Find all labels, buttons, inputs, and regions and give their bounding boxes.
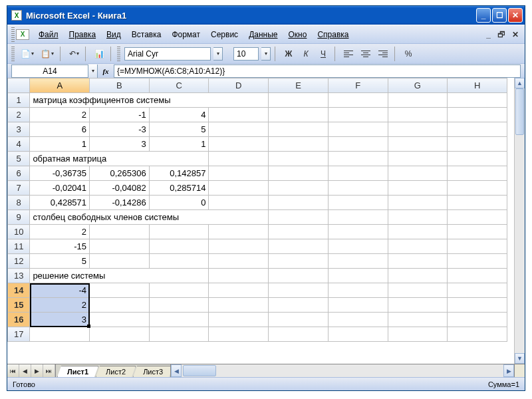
cell[interactable] — [90, 313, 150, 327]
cell[interactable]: 0,428571 — [30, 196, 90, 210]
menu-window[interactable]: Окно — [283, 27, 312, 42]
cell[interactable] — [448, 166, 507, 181]
cell[interactable] — [149, 225, 209, 239]
cell[interactable] — [209, 327, 269, 342]
cell[interactable]: решение системы — [30, 269, 209, 283]
column-header[interactable]: B — [90, 78, 150, 93]
cell[interactable]: 3 — [90, 137, 150, 152]
row-header[interactable]: 4 — [8, 137, 30, 152]
cell[interactable] — [269, 166, 329, 181]
cell[interactable] — [448, 108, 507, 122]
row-header[interactable]: 12 — [8, 254, 30, 269]
cell[interactable] — [149, 283, 209, 298]
underline-button[interactable]: Ч — [316, 47, 331, 61]
cell[interactable] — [269, 283, 329, 298]
hscroll-thumb[interactable] — [183, 365, 216, 376]
cell[interactable] — [30, 327, 90, 342]
cell[interactable] — [328, 327, 388, 342]
sheet-tab-3[interactable]: Лист3 — [133, 366, 173, 377]
cell[interactable] — [269, 269, 329, 283]
cell[interactable] — [149, 313, 209, 327]
cell[interactable] — [388, 225, 448, 239]
row-header[interactable]: 16 — [8, 313, 30, 327]
spreadsheet-grid[interactable]: ABCDEFGH1матрица коэффициентов системы22… — [7, 78, 507, 342]
cell[interactable] — [328, 269, 388, 283]
cell[interactable] — [209, 137, 269, 152]
menu-insert[interactable]: Вставка — [126, 27, 167, 42]
column-header[interactable]: F — [328, 78, 388, 93]
cell[interactable]: 2 — [30, 298, 90, 313]
column-header[interactable]: C — [149, 78, 209, 93]
align-center-button[interactable] — [358, 47, 373, 61]
column-header[interactable]: D — [209, 78, 269, 93]
row-header[interactable]: 13 — [8, 269, 30, 283]
cell[interactable] — [448, 313, 507, 327]
cell[interactable] — [209, 181, 269, 196]
cell[interactable]: 0,265306 — [90, 166, 150, 181]
sheet-tab-2[interactable]: Лист2 — [96, 366, 136, 377]
cell[interactable] — [328, 93, 388, 108]
formula-input[interactable]: {=МУМНОЖ(A6:C8;A10:A12)} — [114, 65, 521, 78]
cell[interactable] — [448, 93, 507, 108]
column-header[interactable]: A — [30, 78, 90, 93]
cell[interactable] — [328, 313, 388, 327]
cell[interactable] — [269, 152, 329, 166]
cell[interactable] — [388, 313, 448, 327]
cell[interactable] — [328, 196, 388, 210]
minimize-button[interactable]: _ — [476, 8, 491, 23]
grip[interactable] — [117, 47, 120, 61]
size-selector[interactable]: 10 — [233, 47, 259, 61]
row-header[interactable]: 1 — [8, 93, 30, 108]
cell[interactable]: 0 — [149, 196, 209, 210]
cell[interactable] — [388, 196, 448, 210]
scroll-up-button[interactable]: ▲ — [515, 78, 525, 88]
cell[interactable]: -3 — [90, 122, 150, 137]
scroll-right-button[interactable]: ▶ — [503, 364, 514, 377]
cell[interactable] — [328, 152, 388, 166]
cell[interactable]: матрица коэффициентов системы — [30, 93, 269, 108]
cell[interactable] — [388, 269, 448, 283]
cell[interactable]: -4 — [30, 283, 90, 298]
cell[interactable] — [388, 239, 448, 254]
cell[interactable]: -1 — [90, 108, 150, 122]
sheet-tab-1[interactable]: Лист1 — [57, 366, 98, 377]
grip[interactable] — [11, 27, 15, 42]
cell[interactable]: 2 — [30, 108, 90, 122]
row-header[interactable]: 14 — [8, 283, 30, 298]
row-header[interactable]: 17 — [8, 327, 30, 342]
tab-prev-button[interactable]: ◀ — [19, 364, 31, 377]
cell[interactable] — [448, 152, 507, 166]
cell[interactable]: 4 — [149, 108, 209, 122]
select-all-corner[interactable] — [8, 78, 30, 93]
menu-service[interactable]: Сервис — [205, 27, 243, 42]
cell[interactable] — [90, 298, 150, 313]
cell[interactable] — [448, 269, 507, 283]
cell[interactable]: 0,142857 — [149, 166, 209, 181]
cell[interactable]: 0,285714 — [149, 181, 209, 196]
vscroll-thumb[interactable] — [515, 88, 524, 135]
row-header[interactable]: 3 — [8, 122, 30, 137]
row-header[interactable]: 5 — [8, 152, 30, 166]
menu-view[interactable]: Вид — [101, 27, 126, 42]
column-header[interactable]: E — [269, 78, 329, 93]
cell[interactable] — [448, 298, 507, 313]
cell[interactable] — [328, 210, 388, 225]
row-header[interactable]: 7 — [8, 181, 30, 196]
cell[interactable] — [328, 225, 388, 239]
row-header[interactable]: 2 — [8, 108, 30, 122]
cell[interactable] — [149, 327, 209, 342]
row-header[interactable]: 10 — [8, 225, 30, 239]
cell[interactable] — [328, 181, 388, 196]
cell[interactable] — [388, 254, 448, 269]
cell[interactable] — [388, 93, 448, 108]
cell[interactable] — [448, 210, 507, 225]
cell[interactable] — [209, 239, 269, 254]
cell[interactable] — [328, 108, 388, 122]
doc-close[interactable]: ✕ — [510, 30, 521, 39]
cell[interactable] — [388, 122, 448, 137]
percent-button[interactable]: % — [401, 47, 416, 61]
cell[interactable] — [448, 225, 507, 239]
cell[interactable] — [269, 254, 329, 269]
doc-minimize[interactable]: _ — [484, 30, 493, 39]
cell[interactable] — [448, 137, 507, 152]
